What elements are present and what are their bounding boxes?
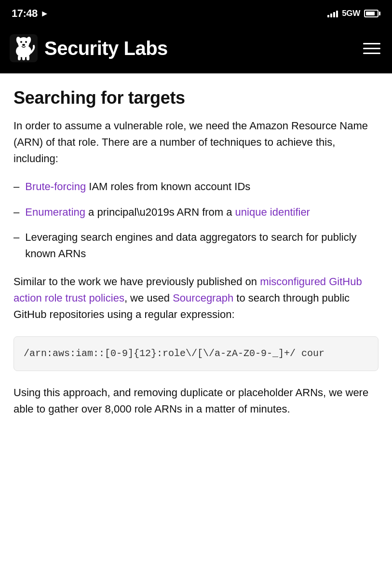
list-text-2: Enumerating a principal\u2019s ARN from … (25, 204, 378, 221)
network-label: 5GW (342, 9, 360, 18)
list-item: – Leveraging search engines and data agg… (14, 229, 378, 262)
location-icon: ► (41, 9, 49, 19)
list-dash-2: – (14, 204, 19, 221)
middle-paragraph: Similar to the work we have previously p… (14, 274, 378, 323)
svg-rect-8 (18, 55, 21, 60)
code-content: /arn:aws:iam::[0-9]{12}:role\/[\/a-zA-Z0… (24, 348, 324, 359)
list-text-1: Brute-forcing IAM roles from known accou… (25, 179, 378, 195)
section-heading: Searching for targets (14, 87, 378, 108)
battery-icon (364, 10, 380, 17)
hamburger-line-3 (363, 53, 380, 54)
brute-forcing-link[interactable]: Brute-forcing (25, 180, 86, 193)
hamburger-line-1 (363, 43, 380, 44)
main-content: Searching for targets In order to assume… (0, 74, 392, 448)
time-display: 17:48 (12, 7, 38, 20)
svg-rect-9 (22, 55, 25, 60)
status-indicators: 5GW (327, 9, 380, 18)
signal-bars-icon (327, 10, 338, 17)
list-item: – Enumerating a principal\u2019s ARN fro… (14, 204, 378, 221)
list-item: – Brute-forcing IAM roles from known acc… (14, 179, 378, 195)
unique-identifier-link[interactable]: unique identifier (235, 206, 310, 218)
middle-text-2: , we used (124, 292, 173, 304)
status-bar: 17:48 ► 5GW (0, 0, 392, 25)
list-text-3: Leveraging search engines and data aggre… (25, 229, 378, 262)
site-title: Security Labs (44, 38, 168, 59)
status-time: 17:48 ► (12, 7, 49, 20)
techniques-list: – Brute-forcing IAM roles from known acc… (14, 179, 378, 262)
svg-rect-10 (27, 55, 29, 60)
list-dash-3: – (14, 229, 19, 262)
nav-header: Security Labs (0, 25, 392, 73)
svg-point-7 (22, 44, 25, 46)
enumerating-link[interactable]: Enumerating (25, 206, 85, 218)
svg-point-6 (25, 41, 27, 43)
closing-paragraph: Using this approach, and removing duplic… (14, 385, 378, 417)
hamburger-line-2 (363, 48, 380, 49)
middle-text-1: Similar to the work we have previously p… (14, 276, 260, 288)
intro-paragraph: In order to assume a vulnerable role, we… (14, 118, 378, 167)
svg-point-5 (20, 41, 22, 43)
sourcegraph-link[interactable]: Sourcegraph (173, 292, 233, 304)
list-dash-1: – (14, 179, 19, 195)
hamburger-menu-button[interactable] (363, 43, 380, 54)
code-block: /arn:aws:iam::[0-9]{12}:role\/[\/a-zA-Z0… (14, 336, 378, 371)
nav-brand: Security Labs (10, 34, 168, 62)
brand-logo-icon (10, 34, 38, 62)
